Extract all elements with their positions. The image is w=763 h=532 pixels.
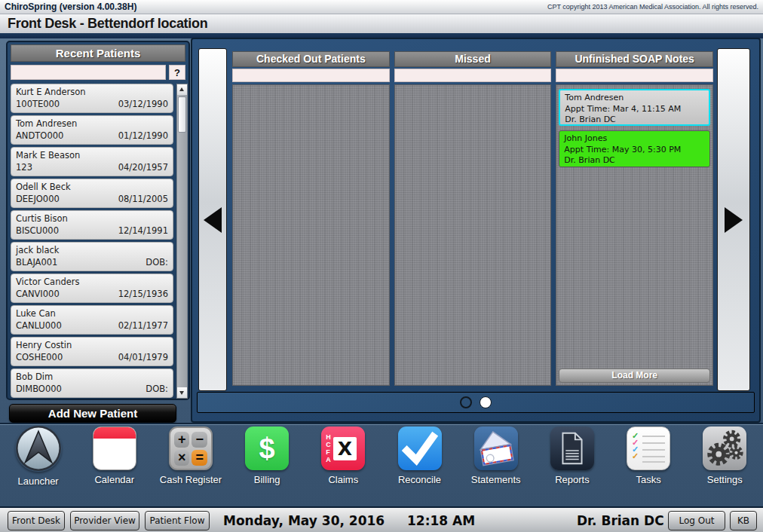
patient-dob: DOB: — [146, 257, 168, 268]
reports-document-icon — [550, 427, 594, 470]
logged-in-user: Dr. Brian DC — [577, 513, 664, 528]
patient-card[interactable]: Mark E Beason 12304/20/1957 — [11, 147, 173, 176]
add-new-patient-button[interactable]: Add New Patient — [9, 404, 176, 423]
load-more-button[interactable]: Load More — [559, 368, 710, 383]
app-dock: Launcher Calendar + − × = Cash Register … — [0, 427, 763, 502]
patient-dob: 12/15/1936 — [118, 289, 168, 299]
soap-appt-time: Appt Time: Mar 4, 11:15 AM — [565, 104, 704, 115]
dock-item-tasks[interactable]: ✓ ✓ ✓ ✓ Tasks — [611, 427, 687, 502]
dock-item-cash-register[interactable]: + − × = Cash Register — [152, 427, 228, 502]
dock-label: Claims — [328, 474, 358, 485]
patient-card[interactable]: jack black BLAJA001DOB: — [11, 242, 173, 271]
page-indicator-bar — [197, 392, 755, 413]
soap-patient-name: John Jones — [564, 133, 705, 145]
patient-name: Bob Dim — [16, 371, 168, 382]
current-date: Monday, May 30, 2016 — [223, 513, 385, 528]
log-out-button[interactable]: Log Out — [668, 511, 725, 530]
patient-dob: 08/11/2005 — [118, 194, 168, 204]
patient-card[interactable]: Kurt E Anderson 100TE00003/12/1990 — [11, 84, 173, 113]
checked-out-search-input[interactable] — [232, 69, 390, 82]
patient-name: Curtis Bison — [16, 213, 168, 224]
keyboard-button[interactable]: KB — [730, 511, 757, 530]
dock-label: Calendar — [94, 474, 134, 485]
dock-item-settings[interactable]: Settings — [687, 427, 763, 502]
column-missed: Missed — [394, 51, 552, 386]
patient-id: CANLU000 — [16, 320, 62, 331]
patient-dob: DOB: — [146, 384, 168, 394]
patient-card[interactable]: Odell K Beck DEEJO00008/11/2005 — [11, 179, 173, 208]
patient-search-input[interactable] — [11, 65, 166, 80]
dock-item-reconcile[interactable]: Reconcile — [382, 427, 458, 502]
dock-item-statements[interactable]: Statements — [458, 427, 534, 502]
app-window: ChiroSpring (version 4.00.38H) CPT copyr… — [0, 0, 763, 532]
page-dot-2[interactable] — [480, 396, 492, 408]
patient-id: ANDTO000 — [16, 130, 63, 141]
page-left-button[interactable] — [198, 48, 227, 391]
patient-list-scrollbar[interactable] — [176, 84, 188, 399]
x-glyph: X — [333, 437, 357, 460]
patient-name: Victor Canders — [16, 277, 168, 287]
dock-label: Tasks — [636, 474, 660, 485]
patient-id: COSHE000 — [16, 352, 63, 362]
soap-note-card-selected[interactable]: Tom Andresen Appt Time: Mar 4, 11:15 AM … — [559, 89, 710, 126]
front-desk-button[interactable]: Front Desk — [8, 511, 65, 530]
claims-icon: HC FA X — [321, 427, 365, 470]
missed-search-input[interactable] — [394, 69, 552, 82]
dock-item-billing[interactable]: $ Billing — [229, 427, 305, 502]
dock-item-reports[interactable]: Reports — [534, 427, 610, 502]
soap-patient-name: Tom Andresen — [565, 93, 704, 104]
dock-label: Billing — [254, 474, 280, 485]
dock-label: Reconcile — [398, 474, 441, 485]
patient-id: BISCU000 — [16, 225, 59, 236]
patient-card[interactable]: Curtis Bison BISCU00012/14/1991 — [11, 210, 173, 240]
recent-patients-title: Recent Patients — [11, 44, 185, 62]
patient-card[interactable]: Tom Andresen ANDTO00001/12/1990 — [11, 115, 173, 145]
soap-note-card[interactable]: John Jones Appt Time: May 30, 5:30 PM Dr… — [559, 130, 710, 167]
patient-card[interactable]: Victor Canders CANVI00012/15/1936 — [11, 274, 173, 303]
patient-name: Kurt E Anderson — [16, 87, 168, 97]
patient-name: Tom Andresen — [16, 118, 168, 129]
patient-card[interactable]: Bob Dim DIMBO000DOB: — [11, 368, 173, 398]
column-title: Checked Out Patients — [232, 51, 390, 67]
left-arrow-icon — [204, 207, 222, 233]
dock-label: Statements — [471, 474, 521, 485]
soap-search-input[interactable] — [556, 69, 713, 82]
soap-provider: Dr. Brian DC — [565, 115, 704, 126]
dock-label: Settings — [707, 474, 743, 485]
patient-flow-button[interactable]: Patient Flow — [145, 511, 210, 530]
reconcile-check-icon — [398, 427, 442, 470]
provider-view-button[interactable]: Provider View — [70, 511, 139, 530]
missed-list — [394, 84, 552, 386]
patient-card[interactable]: Luke Can CANLU00002/11/1977 — [11, 305, 173, 335]
scroll-down-arrow[interactable] — [177, 387, 187, 398]
cash-register-icon: + − × = — [169, 427, 213, 470]
patient-name: jack black — [16, 245, 168, 255]
current-time: 12:18 AM — [407, 513, 475, 528]
column-unfinished-soap: Unfinished SOAP Notes Tom Andresen Appt … — [556, 51, 713, 386]
patient-name: Odell K Beck — [16, 182, 168, 192]
patient-dob: 12/14/1991 — [118, 225, 168, 236]
patient-dob: 04/20/1957 — [118, 162, 168, 173]
dock-item-calendar[interactable]: Calendar — [76, 427, 152, 502]
dock-item-launcher[interactable]: Launcher — [0, 427, 76, 502]
dock-item-claims[interactable]: HC FA X Claims — [305, 427, 382, 502]
patient-id: DEEJO000 — [16, 194, 60, 204]
page-title: Front Desk - Bettendorf location — [8, 16, 207, 32]
hcfa-letters: HC FA — [326, 433, 331, 463]
page-dot-1[interactable] — [460, 396, 472, 408]
dollar-glyph: $ — [259, 433, 275, 465]
launcher-icon — [15, 425, 62, 472]
dock-label: Reports — [555, 474, 590, 485]
settings-gears-icon — [703, 427, 746, 470]
patient-id: 123 — [16, 162, 32, 173]
front-desk-board: Checked Out Patients Missed Unfinished S… — [191, 38, 761, 423]
scroll-up-arrow[interactable] — [177, 84, 187, 95]
soap-provider: Dr. Brian DC — [564, 155, 705, 167]
patient-card[interactable]: Henry Costin COSHE00004/01/1979 — [11, 337, 173, 366]
page-header: Front Desk - Bettendorf location — [0, 14, 763, 33]
equals-key: = — [192, 450, 207, 466]
search-help-button[interactable]: ? — [169, 65, 185, 80]
scroll-thumb[interactable] — [178, 96, 186, 133]
page-right-button[interactable] — [717, 48, 750, 391]
patient-id: CANVI000 — [16, 289, 60, 299]
